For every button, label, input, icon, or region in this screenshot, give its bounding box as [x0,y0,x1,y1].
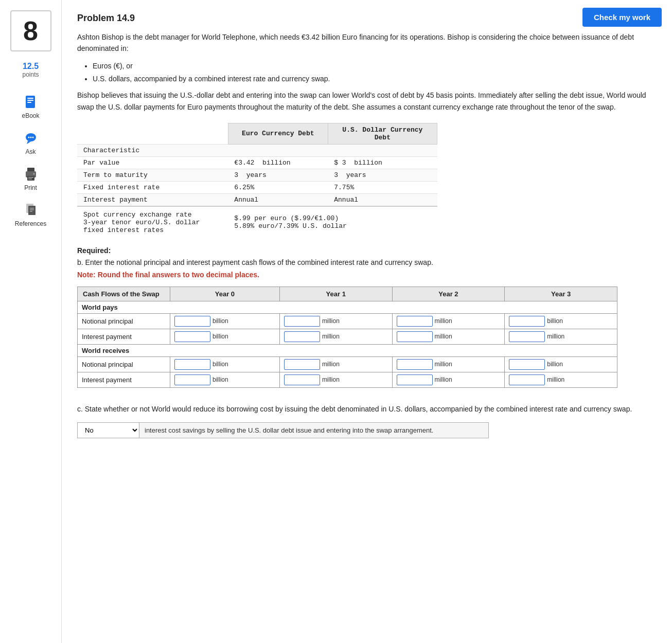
wp-notional-row: Notional principal billion million [78,313,617,329]
cf-col-year1: Year 1 [279,287,392,301]
col-header-usd: U.S. Dollar CurrencyDebt [328,123,437,144]
sidebar-item-ask[interactable]: Ask [23,130,39,155]
world-pays-label: World pays [78,301,617,313]
svg-rect-12 [28,177,33,178]
svg-rect-19 [30,211,32,212]
ask-icon [23,130,39,146]
wp-notional-y3-input[interactable] [509,316,545,327]
wr-notional-y2: million [392,356,505,372]
wr-notional-y0: billion [170,356,280,372]
par-value-euro: €3.42 billion [228,156,328,169]
wr-interest-y3-input[interactable] [509,374,545,385]
rate-label: Fixed interest rate [77,181,228,193]
problem-intro: Ashton Bishop is the debt manager for Wo… [77,31,657,55]
wr-notional-y3-input[interactable] [509,359,545,370]
wr-notional-y0-input[interactable] [174,359,210,370]
points-display: 12.5 points [22,62,39,78]
print-label: Print [24,184,37,191]
wr-notional-y2-input[interactable] [397,359,433,370]
wp-interest-y0: billion [170,329,280,344]
svg-point-6 [28,137,29,138]
cash-flows-table: Cash Flows of the Swap Year 0 Year 1 Yea… [77,287,617,388]
wp-notional-y1: million [279,313,392,329]
sidebar-item-references[interactable]: References [15,202,46,227]
cf-col-year3: Year 3 [505,287,617,301]
ebook-icon [23,94,39,110]
svg-rect-9 [27,168,34,172]
payment-label: Interest payment [77,193,228,206]
svg-rect-3 [27,102,31,103]
references-label: References [15,220,46,227]
wp-interest-row: Interest payment billion million [78,329,617,344]
svg-rect-16 [28,206,36,215]
cf-col-label: Cash Flows of the Swap [78,287,170,301]
required-label: Required: [77,246,657,255]
table-row: Term to maturity 3 years 3 years [77,169,437,181]
wr-notional-y1-input[interactable] [284,359,320,370]
rate-usd: 7.75% [328,181,437,193]
svg-rect-13 [28,178,32,180]
svg-point-8 [32,137,33,138]
wr-interest-y3: million [505,372,617,387]
wp-interest-label: Interest payment [78,329,170,344]
wp-notional-label: Notional principal [78,313,170,329]
points-value: 12.5 [22,62,39,71]
wr-interest-y0-input[interactable] [174,374,210,385]
spot-rate-value: $.99 per euro ($.99/€1.00) 5.89% euro/7.… [228,206,437,236]
wp-interest-y2-input[interactable] [397,331,433,342]
table-row: Characteristic [77,144,437,156]
svg-point-14 [33,173,34,175]
part-c-instruction: c. State whether or not World would redu… [77,403,657,415]
wr-notional-label: Notional principal [78,356,170,372]
char-label: Characteristic [77,144,228,156]
term-euro: 3 years [228,169,328,181]
wp-interest-y1: million [279,329,392,344]
wr-notional-y1: million [279,356,392,372]
required-section: Required: b. Enter the notional principa… [77,246,657,279]
spot-rate-label: Spot currency exchange rate 3-year tenor… [77,206,228,236]
wr-interest-y1-input[interactable] [284,374,320,385]
wp-notional-y0-input[interactable] [174,316,210,327]
note-text: Note: Round the final answers to two dec… [77,271,657,279]
print-icon [23,166,39,182]
table-row: Par value €3.42 billion $ 3 billion [77,156,437,169]
wr-interest-y0: billion [170,372,280,387]
problem-title: Problem 14.9 [77,13,657,24]
wp-notional-y3: billion [505,313,617,329]
rate-euro: 6.25% [228,181,328,193]
world-receives-label: World receives [78,344,617,356]
wp-notional-y2: million [392,313,505,329]
top-bar: Check my work [582,8,662,27]
svg-rect-2 [27,100,33,101]
check-my-work-button[interactable]: Check my work [582,8,662,27]
term-label: Term to maturity [77,169,228,181]
wr-interest-y1: million [279,372,392,387]
table-row: Fixed interest rate 6.25% 7.75% [77,181,437,193]
wr-interest-label: Interest payment [78,372,170,387]
wp-interest-y0-input[interactable] [174,331,210,342]
payment-usd: Annual [328,193,437,206]
table-row: Interest payment Annual Annual [77,193,437,206]
svg-point-7 [30,137,31,138]
characteristics-table: Euro Currency Debt U.S. Dollar CurrencyD… [77,123,437,236]
wp-interest-y1-input[interactable] [284,331,320,342]
svg-rect-17 [30,208,34,209]
part-b-instruction: b. Enter the notional principal and inte… [77,257,657,268]
wr-notional-y3: billion [505,356,617,372]
wp-interest-y3-input[interactable] [509,331,545,342]
world-receives-header: World receives [78,344,617,356]
wp-notional-y1-input[interactable] [284,316,320,327]
term-usd: 3 years [328,169,437,181]
problem-body: Bishop believes that issuing the U.S.-do… [77,90,657,113]
wr-interest-y2-input[interactable] [397,374,433,385]
wr-interest-row: Interest payment billion million [78,372,617,387]
part-c-dropdown[interactable]: No Yes [78,423,139,438]
wr-notional-row: Notional principal billion million [78,356,617,372]
sidebar: 8 12.5 points eBook [0,0,62,643]
payment-euro: Annual [228,193,328,206]
wp-notional-y2-input[interactable] [397,316,433,327]
sidebar-item-ebook[interactable]: eBook [22,94,39,119]
problem-number-badge: 8 [10,10,51,51]
sidebar-item-print[interactable]: Print [23,166,39,191]
ebook-label: eBook [22,112,39,119]
